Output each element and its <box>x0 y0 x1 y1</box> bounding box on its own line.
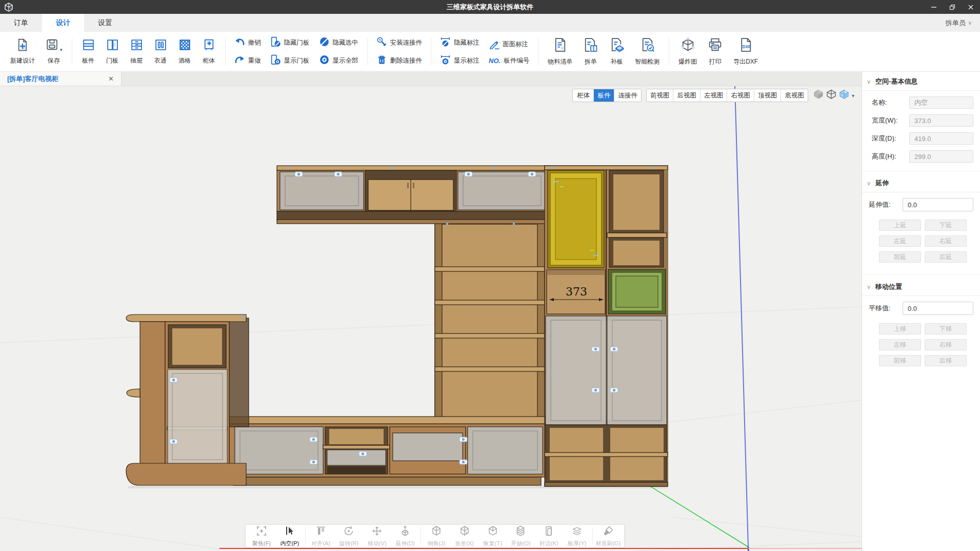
door-panel-button[interactable]: 门板 <box>101 38 125 65</box>
hide-dimension-button[interactable]: 隐藏标注 <box>440 36 479 49</box>
right-unit-glass-door-left[interactable] <box>546 316 606 425</box>
depth-input[interactable] <box>909 132 973 145</box>
height-input[interactable] <box>909 150 973 163</box>
secondary-space-highlight[interactable] <box>608 269 666 314</box>
render-solid-icon[interactable] <box>813 89 824 102</box>
space-name-input[interactable] <box>909 96 973 109</box>
cabinet-body-button[interactable]: 柜体 <box>197 38 221 65</box>
view-front-button[interactable]: 前视图 <box>647 89 673 102</box>
show-dimension-button[interactable]: 显示标注 <box>440 54 479 67</box>
chamfer-tool[interactable]: 倒角(J) <box>424 525 449 547</box>
left-unit-glass-door[interactable] <box>168 369 227 464</box>
translate-value-input[interactable] <box>903 302 973 315</box>
render-transparent-icon[interactable] <box>838 89 850 102</box>
upper-right-glass-door[interactable] <box>458 172 546 210</box>
left-unit-plinth[interactable] <box>126 463 246 485</box>
board-panel-button[interactable]: 板件 <box>76 38 101 65</box>
move-right-button[interactable]: 右移 <box>925 339 967 350</box>
right-unit-glass-door-right[interactable] <box>607 316 667 425</box>
left-unit-curved-shelf[interactable] <box>127 389 140 397</box>
mode-connector-button[interactable]: 连接件 <box>614 89 641 102</box>
view-right-button[interactable]: 右视图 <box>727 89 754 102</box>
drawer-button[interactable]: 抽屉 <box>125 38 149 65</box>
restore-button[interactable] <box>943 0 962 14</box>
show-all-button[interactable]: 显示全部 <box>319 54 358 67</box>
print-button[interactable]: 打印 <box>702 37 728 66</box>
view-left-button[interactable]: 左视图 <box>700 89 727 102</box>
board-thickness-tool[interactable]: 板厚(Y) <box>564 525 590 547</box>
right-tall-unit[interactable] <box>545 166 668 486</box>
base-glass-door-right[interactable] <box>468 427 543 474</box>
base-middle-glass-front[interactable] <box>327 450 386 465</box>
menu-tab-settings[interactable]: 设置 <box>84 14 126 32</box>
delete-connector-button[interactable]: 删除连接件 <box>376 54 423 67</box>
extend-down-button[interactable]: 下延 <box>925 220 967 231</box>
inner-space-tool[interactable]: 内空(P) <box>277 525 303 547</box>
extend-up-button[interactable]: 上延 <box>879 220 921 231</box>
show-door-button[interactable]: 显示门板 <box>270 54 310 67</box>
document-tab[interactable]: [拆单]客厅电视柜 ✕ <box>0 72 122 86</box>
export-dxf-button[interactable]: DXF 导出DXF <box>728 37 763 66</box>
restore-tool[interactable]: 恢复(T) <box>480 525 506 547</box>
3d-viewport[interactable]: 373 柜体 板件 连接件 前视图 后视图 左视图 右视图 顶视图 底视图 <box>0 86 862 551</box>
left-unit-top-shelf[interactable] <box>126 314 246 322</box>
align-tool[interactable]: 对齐(A) <box>308 525 334 547</box>
extend-left-button[interactable]: 左延 <box>879 235 921 247</box>
middle-shelf-column[interactable] <box>435 221 545 421</box>
hide-door-button[interactable]: 隐藏门板 <box>270 36 310 49</box>
mode-panel-button[interactable]: 板件 <box>593 89 614 102</box>
view-top-button[interactable]: 顶视图 <box>754 89 781 102</box>
tab-close-icon[interactable]: ✕ <box>108 75 114 83</box>
material-brush-tool[interactable]: 材质刷(G) <box>595 525 621 547</box>
upper-left-glass-door[interactable] <box>280 172 364 210</box>
notch-tool[interactable]: 开缺(O) <box>508 525 533 547</box>
selected-space-highlight[interactable] <box>548 170 604 268</box>
user-role-dropdown[interactable]: 拆单员 ∨ <box>946 14 972 32</box>
extend-back-button[interactable]: 后延 <box>925 251 967 263</box>
menu-tab-design[interactable]: 设计 <box>42 14 84 32</box>
move-front-button[interactable]: 前移 <box>879 355 921 366</box>
split-order-button[interactable]: 拆单 <box>577 37 604 66</box>
new-design-button[interactable]: 新建设计 <box>5 38 40 65</box>
render-mode-caret[interactable]: ▾ <box>852 93 854 99</box>
focus-tool[interactable]: 聚焦(F) <box>249 525 274 547</box>
smart-check-button[interactable]: 智能检测 <box>630 37 665 66</box>
base-glass-drawer[interactable] <box>393 433 463 461</box>
mode-cabinet-button[interactable]: 柜体 <box>573 89 593 102</box>
section-basic-info-header[interactable]: ∨ 空间-基本信息 <box>862 72 980 91</box>
furniture-3d-view[interactable]: 373 <box>0 86 862 551</box>
upper-cabinet-row[interactable] <box>277 166 550 224</box>
move-back-button[interactable]: 后移 <box>925 355 967 366</box>
close-button[interactable] <box>962 0 980 14</box>
clothes-rail-button[interactable]: 衣通 <box>149 38 173 65</box>
extend-value-input[interactable] <box>903 198 973 211</box>
base-glass-door-left[interactable] <box>235 427 323 474</box>
view-back-button[interactable]: 后视图 <box>673 89 700 102</box>
extend-tool[interactable]: 延伸(D) <box>392 525 418 547</box>
extend-right-button[interactable]: 右延 <box>925 235 967 247</box>
base-cabinet-row[interactable] <box>229 417 545 485</box>
install-connector-button[interactable]: 安装连接件 <box>376 36 423 49</box>
save-button[interactable]: ▾ 保存 <box>40 38 68 65</box>
material-list-button[interactable]: 物料清单 <box>543 37 577 66</box>
render-wireframe-icon[interactable] <box>826 89 837 102</box>
extend-front-button[interactable]: 前延 <box>879 251 921 263</box>
move-up-button[interactable]: 上移 <box>879 323 921 334</box>
undo-button[interactable]: 撤销 <box>234 36 261 49</box>
edge-band-tool[interactable]: 封边(K) <box>536 525 562 547</box>
redo-button[interactable]: 重做 <box>234 54 261 67</box>
hide-selected-button[interactable]: 隐藏选中 <box>319 36 358 49</box>
face-dimension-button[interactable]: 面面标注 <box>489 38 529 51</box>
explode-view-button[interactable]: 爆炸图 <box>673 37 702 66</box>
view-bottom-button[interactable]: 底视图 <box>781 89 808 102</box>
move-left-button[interactable]: 左移 <box>879 339 921 350</box>
menu-tab-orders[interactable]: 订单 <box>0 14 42 32</box>
wine-rack-button[interactable]: 酒格 <box>173 38 197 65</box>
shape-tool[interactable]: 造形(X) <box>452 525 477 547</box>
patch-board-button[interactable]: 补板 <box>604 37 630 66</box>
section-move-header[interactable]: ∨ 移动位置 <box>862 277 980 296</box>
move-tool[interactable]: 移动(V) <box>364 525 390 547</box>
rotate-tool[interactable]: 旋转(R) <box>336 525 362 547</box>
panel-number-button[interactable]: NO. 板件编号 <box>489 56 529 65</box>
save-dropdown-caret[interactable]: ▾ <box>60 47 63 52</box>
